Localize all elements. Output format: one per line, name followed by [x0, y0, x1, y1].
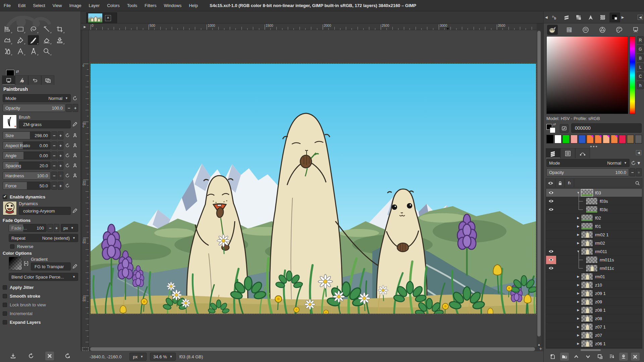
option-checkbox[interactable]: [3, 294, 7, 298]
zoom-select[interactable]: 34.6 %▼: [150, 353, 176, 361]
merge-layer-button[interactable]: [607, 353, 616, 361]
option-checkbox-row[interactable]: Incremental: [3, 309, 78, 318]
tool-alignment[interactable]: [2, 24, 13, 34]
tabs-scroll-right-icon[interactable]: ▶: [622, 15, 624, 19]
tool-clone[interactable]: [54, 35, 65, 45]
opacity-decrease-button[interactable]: −: [66, 104, 72, 112]
search-icon[interactable]: [633, 179, 642, 187]
layer-visibility-toggle[interactable]: [546, 306, 556, 314]
color-swatch[interactable]: [554, 135, 561, 143]
canvas-image[interactable]: [90, 63, 536, 314]
color-swatch[interactable]: [635, 135, 642, 143]
increase-button[interactable]: +: [58, 162, 63, 170]
tab-paths[interactable]: [575, 148, 590, 158]
unit-select[interactable]: px▼: [129, 353, 147, 361]
layer-row[interactable]: z08 1: [546, 306, 642, 314]
reverse-checkbox[interactable]: [10, 244, 14, 249]
option-slider[interactable]: Spacing 20.0: [3, 162, 51, 170]
paint-mode-select[interactable]: Mode Normal▼: [3, 94, 71, 102]
layer-visibility-toggle[interactable]: [546, 281, 556, 289]
layer-expander[interactable]: [576, 325, 581, 328]
layer-row[interactable]: rm02: [546, 239, 642, 247]
layer-expander[interactable]: [576, 225, 581, 228]
duplicate-layer-button[interactable]: [596, 353, 604, 361]
menu-item[interactable]: Layer: [85, 0, 104, 11]
color-swatch[interactable]: [562, 135, 570, 143]
color-tab-gimp[interactable]: [547, 25, 558, 35]
add-mask-button[interactable]: [619, 353, 628, 361]
layer-row[interactable]: f01: [546, 222, 642, 231]
increase-button[interactable]: +: [58, 152, 63, 160]
tool-text[interactable]: [15, 46, 26, 56]
menu-item[interactable]: Help: [185, 0, 202, 11]
layer-visibility-toggle[interactable]: [546, 256, 556, 264]
layer-visibility-toggle[interactable]: [546, 222, 556, 231]
option-slider[interactable]: Aspect Ratio 0.00: [3, 141, 51, 149]
layer-visibility-toggle[interactable]: [546, 205, 556, 214]
layer-visibility-toggle[interactable]: [546, 331, 556, 340]
delete-preset-button[interactable]: [45, 352, 54, 360]
dock-tab-selection-editor[interactable]: [597, 12, 608, 22]
menu-item[interactable]: Image: [65, 0, 85, 11]
reset-icon[interactable]: [64, 162, 71, 170]
dock-tab-gradients[interactable]: [561, 12, 572, 22]
reset-icon[interactable]: [64, 172, 71, 180]
layer-thumbnail[interactable]: [581, 306, 593, 314]
restore-options-button[interactable]: [27, 352, 36, 360]
tool-eraser[interactable]: [41, 35, 52, 45]
layer-visibility-toggle[interactable]: [546, 273, 556, 281]
gradient-thumbnail[interactable]: [9, 257, 22, 270]
dock-tab-colors[interactable]: [609, 12, 620, 22]
layer-row[interactable]: z09: [546, 298, 642, 306]
brush-edit-button[interactable]: [71, 120, 78, 128]
color-swatch[interactable]: [619, 135, 626, 143]
increase-button[interactable]: +: [58, 182, 63, 190]
option-slider[interactable]: Angle 0.00: [3, 152, 51, 160]
layer-expander[interactable]: [576, 241, 581, 245]
stylus-link-icon[interactable]: [71, 141, 78, 149]
layer-thumbnail[interactable]: [581, 323, 593, 330]
layer-visibility-toggle[interactable]: [546, 314, 556, 323]
tab-close-icon[interactable]: ✕: [105, 15, 111, 21]
menu-item[interactable]: Edit: [14, 0, 29, 11]
layer-thumbnail[interactable]: [586, 256, 598, 263]
horizontal-scrollbar[interactable]: [90, 347, 536, 351]
dynamics-edit-button[interactable]: [71, 206, 78, 215]
layer-expander[interactable]: [576, 334, 581, 337]
layer-row[interactable]: z07 1: [546, 323, 642, 331]
effects-header-icon[interactable]: fx: [565, 179, 574, 187]
color-swatch[interactable]: [571, 135, 578, 143]
layer-expander[interactable]: [576, 275, 581, 278]
channel-button[interactable]: G: [637, 45, 644, 53]
layer-thumbnail[interactable]: [581, 223, 593, 230]
menu-item[interactable]: Filters: [141, 0, 160, 11]
layer-thumbnail[interactable]: [581, 298, 593, 305]
stylus-link-icon[interactable]: [71, 162, 78, 170]
option-checkbox[interactable]: [3, 320, 7, 324]
image-tab[interactable]: ✕: [86, 12, 117, 23]
layer-list-scrollbar[interactable]: [581, 349, 601, 351]
layer-expander[interactable]: [576, 264, 586, 273]
layer-expander[interactable]: [576, 300, 581, 303]
fade-decrease-button[interactable]: −: [47, 224, 53, 232]
brush-thumbnail[interactable]: [3, 115, 17, 129]
layer-opacity-slider[interactable]: Opacity 100.0: [546, 168, 629, 176]
delete-layer-button[interactable]: [631, 353, 640, 361]
layer-visibility-toggle[interactable]: [546, 239, 556, 247]
color-swatch[interactable]: [546, 135, 553, 143]
tool-paintbrush[interactable]: [28, 35, 39, 45]
swap-colors-icon[interactable]: ⇄: [16, 69, 19, 74]
layer-expander[interactable]: [576, 292, 581, 295]
canvas-viewport[interactable]: [89, 30, 537, 347]
option-checkbox[interactable]: [3, 311, 7, 316]
option-checkbox-row[interactable]: Apply Jitter: [3, 283, 78, 292]
navigation-button[interactable]: ✛: [539, 347, 542, 351]
layer-expander[interactable]: [576, 233, 581, 236]
layer-thumbnail[interactable]: [586, 206, 598, 213]
ruler-corner-button[interactable]: ▶: [81, 23, 89, 30]
tab-layers[interactable]: [546, 148, 560, 158]
tool-free-select[interactable]: [28, 24, 39, 34]
reset-options-button[interactable]: [63, 352, 72, 360]
color-tab-scales[interactable]: [630, 25, 641, 35]
color-tab-cmyk[interactable]: CMYK: [564, 25, 575, 35]
